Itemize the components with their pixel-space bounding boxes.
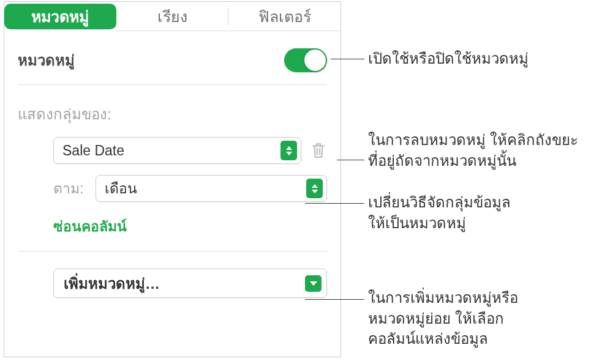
- annotation-trash: ในการลบหมวดหมู่ ให้คลิกถังขยะ ที่อยู่ถัด…: [368, 130, 578, 171]
- tab-label: ฟิลเตอร์: [258, 4, 311, 29]
- primary-category-row: Sale Date: [18, 137, 327, 164]
- hide-column-button[interactable]: ซ่อนคอลัมน์: [18, 215, 327, 237]
- primary-category-select[interactable]: Sale Date: [53, 137, 301, 164]
- trash-svg: [310, 141, 326, 160]
- updown-icon: [306, 179, 323, 198]
- tab-categories[interactable]: หมวดหมู่: [4, 4, 116, 29]
- leader-line: [305, 299, 364, 300]
- add-category-select[interactable]: เพิ่มหมวดหมู่…: [53, 269, 327, 298]
- group-of-label: แสดงกลุ่มของ:: [18, 102, 327, 126]
- leader-line: [331, 59, 364, 59]
- tabs: หมวดหมู่ เรียง ฟิลเตอร์: [4, 2, 341, 31]
- trash-icon[interactable]: [310, 141, 327, 160]
- divider: [18, 251, 327, 251]
- annotation-group-by: เปลี่ยนวิธีจัดกลุ่มข้อมูล ให้เป็นหมวดหมู…: [368, 192, 511, 233]
- group-by-row: ตาม: เดือน: [18, 175, 327, 202]
- leader-line: [337, 160, 364, 160]
- add-category-label: เพิ่มหมวดหมู่…: [64, 272, 305, 295]
- annotation-toggle: เปิดใช้หรือปิดใช้หมวดหมู่: [368, 48, 529, 69]
- toggle-knob: [304, 50, 326, 71]
- leader-line: [305, 203, 364, 204]
- tab-filter[interactable]: ฟิลเตอร์: [228, 2, 341, 31]
- categories-toggle[interactable]: [284, 48, 327, 72]
- categories-section: หมวดหมู่ แสดงกลุ่มของ: Sale Date ตาม:: [4, 31, 341, 251]
- tab-label: หมวดหมู่: [31, 4, 89, 29]
- toggle-row: หมวดหมู่: [18, 43, 327, 85]
- tab-label: เรียง: [157, 4, 187, 29]
- inspector-panel: หมวดหมู่ เรียง ฟิลเตอร์ หมวดหมู่ แสดงกลุ…: [4, 1, 341, 357]
- select-value: Sale Date: [62, 143, 280, 159]
- select-value: เดือน: [105, 177, 306, 199]
- tab-sort[interactable]: เรียง: [116, 2, 228, 31]
- group-by-select[interactable]: เดือน: [96, 175, 327, 202]
- chevron-down-icon: [305, 275, 322, 292]
- annotation-add-category: ในการเพิ่มหมวดหมู่หรือ หมวดหมู่ย่อย ให้เ…: [368, 288, 518, 349]
- hide-column-label: ซ่อนคอลัมน์: [53, 218, 127, 234]
- toggle-label: หมวดหมู่: [18, 48, 75, 72]
- by-label: ตาม:: [53, 177, 87, 199]
- updown-icon: [280, 141, 297, 160]
